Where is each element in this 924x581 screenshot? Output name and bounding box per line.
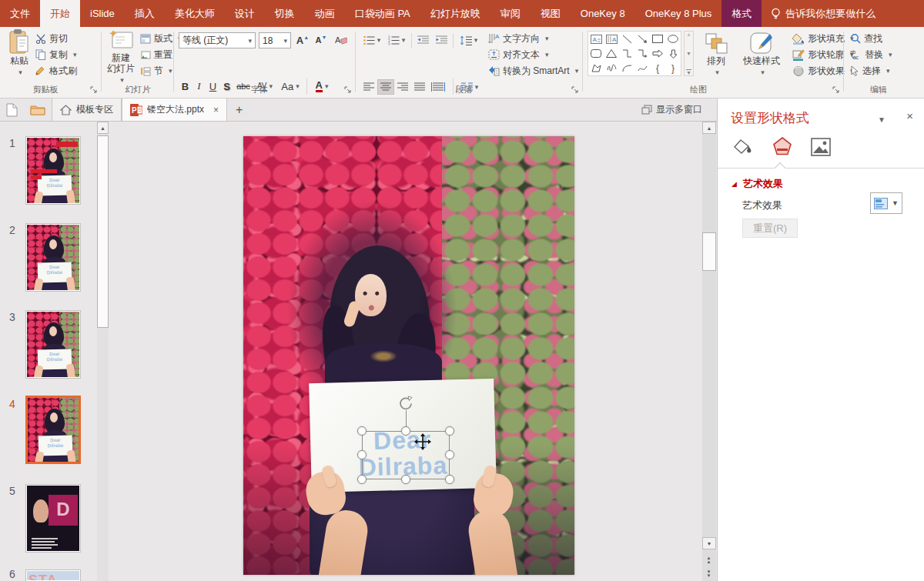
quick-styles-button[interactable]: 快速样式: [737, 29, 786, 77]
slide-thumbnail-1[interactable]: Dear Dilraba: [25, 136, 81, 205]
convert-smartart-button[interactable]: 转换为 SmartArt: [488, 63, 578, 78]
cut-button[interactable]: 剪切: [35, 31, 68, 46]
menu-tab-slideshow[interactable]: 幻灯片放映: [420, 0, 490, 27]
align-text-button[interactable]: 对齐文本: [488, 47, 549, 62]
new-slide-button[interactable]: 新建 幻灯片: [105, 29, 137, 85]
canvas-scroll-down-button[interactable]: ▼: [702, 537, 716, 549]
find-button[interactable]: 查找: [850, 31, 882, 46]
shape-scribble[interactable]: [604, 61, 619, 75]
artistic-effects-dropdown[interactable]: ▼: [870, 192, 902, 214]
slide-thumbnail-4-selected[interactable]: Dear Dilraba: [25, 396, 81, 464]
select-button[interactable]: 选择: [850, 63, 890, 78]
shape-arrow[interactable]: [634, 32, 650, 46]
resize-handle-bottom-left[interactable]: [357, 475, 367, 484]
template-zone-tab[interactable]: 模板专区: [52, 99, 122, 121]
font-size-combobox[interactable]: 18▾: [259, 32, 291, 48]
slide-thumbnail-2[interactable]: Dear Dilraba: [25, 223, 81, 292]
canvas-scrollbar-thumb[interactable]: [702, 232, 716, 271]
shape-left-brace[interactable]: {: [650, 61, 665, 75]
close-document-icon[interactable]: ×: [213, 105, 219, 115]
effects-tab-selected[interactable]: [770, 135, 795, 159]
decrease-font-button[interactable]: A▼: [313, 32, 330, 48]
menu-tab-transitions[interactable]: 切换: [265, 0, 305, 27]
shape-rounded-rectangle[interactable]: [588, 46, 604, 61]
increase-font-button[interactable]: A▲: [294, 32, 311, 48]
text-box-selection-border[interactable]: [362, 431, 450, 479]
paragraph-dialog-launcher[interactable]: [571, 86, 580, 95]
open-folder-button[interactable]: [24, 99, 52, 121]
shape-arc[interactable]: [619, 61, 634, 75]
replace-button[interactable]: abac 替换: [850, 47, 892, 62]
picture-tab[interactable]: [808, 135, 833, 159]
menu-tab-view[interactable]: 视图: [531, 0, 571, 27]
resize-handle-middle-left[interactable]: [357, 450, 367, 459]
menu-tab-design[interactable]: 设计: [225, 0, 265, 27]
shape-vertical-text-box[interactable]: A: [604, 32, 619, 46]
artistic-effects-section-header[interactable]: ◢ 艺术效果: [732, 177, 783, 191]
shape-text-box[interactable]: A: [588, 32, 604, 46]
thumbnail-scrollbar-thumb[interactable]: [97, 135, 109, 328]
gallery-down-arrow[interactable]: ▼: [686, 51, 691, 56]
menu-tab-file[interactable]: 文件: [0, 0, 40, 27]
menu-tab-format[interactable]: 格式: [721, 0, 762, 27]
new-document-button[interactable]: [0, 99, 24, 121]
document-tab[interactable]: P 镂空大法.pptx ×: [122, 99, 227, 121]
resize-handle-bottom-center[interactable]: [401, 475, 410, 484]
menu-tab-pocket-animation[interactable]: 口袋动画 PA: [345, 0, 420, 27]
menu-tab-beautify[interactable]: 美化大师: [165, 0, 225, 27]
panel-options-dropdown-icon[interactable]: ▼: [878, 115, 886, 124]
resize-handle-top-right[interactable]: [445, 426, 454, 436]
menu-tab-home[interactable]: 开始: [40, 0, 80, 27]
menu-tab-onekey8plus[interactable]: OneKey 8 Plus: [635, 0, 722, 27]
tell-me-box[interactable]: 告诉我你想要做什么: [762, 0, 885, 27]
slide-4-editing-surface[interactable]: DearDilraba: [243, 136, 574, 575]
show-multiple-windows-button[interactable]: 显示多窗口: [641, 99, 702, 121]
shape-right-brace[interactable]: }: [665, 61, 681, 75]
increase-indent-button[interactable]: [433, 32, 450, 48]
shape-line[interactable]: [619, 32, 634, 46]
resize-handle-top-center[interactable]: [401, 426, 410, 436]
menu-tab-animations[interactable]: 动画: [305, 0, 345, 27]
section-button[interactable]: 节: [140, 63, 172, 78]
shape-oval[interactable]: [665, 32, 681, 46]
font-dialog-launcher[interactable]: [344, 86, 353, 95]
new-tab-button[interactable]: +: [226, 99, 252, 121]
menu-tab-islide[interactable]: iSlide: [80, 0, 125, 27]
resize-handle-middle-right[interactable]: [445, 450, 454, 459]
format-painter-button[interactable]: 格式刷: [35, 63, 77, 78]
shape-freeform[interactable]: [588, 61, 604, 75]
shape-down-arrow[interactable]: [665, 46, 681, 61]
resize-handle-bottom-right[interactable]: [445, 475, 454, 484]
numbering-button[interactable]: 123: [385, 32, 408, 48]
copy-button[interactable]: 复制: [35, 47, 77, 62]
slide-thumbnail-3[interactable]: Dear Dilraba: [25, 310, 81, 379]
shape-elbow-connector[interactable]: [619, 46, 634, 61]
panel-close-icon[interactable]: ×: [906, 109, 913, 122]
menu-tab-insert[interactable]: 插入: [125, 0, 165, 27]
shape-elbow-arrow-connector[interactable]: [634, 46, 650, 61]
reset-button[interactable]: 重置: [140, 47, 172, 62]
clipboard-dialog-launcher[interactable]: [90, 86, 99, 95]
fill-line-tab[interactable]: [732, 135, 756, 159]
line-spacing-button[interactable]: [457, 32, 481, 48]
menu-tab-onekey8[interactable]: OneKey 8: [571, 0, 635, 27]
previous-slide-button[interactable]: ▲▲: [703, 555, 715, 565]
drawing-dialog-launcher[interactable]: [832, 86, 841, 95]
shape-curve[interactable]: [634, 61, 650, 75]
arrange-button[interactable]: 排列: [698, 29, 734, 77]
gallery-up-arrow[interactable]: ▲: [686, 32, 691, 37]
rotate-handle[interactable]: [397, 395, 414, 412]
canvas-scrollbar-track[interactable]: [702, 122, 716, 581]
gallery-more-arrow[interactable]: ▼: [686, 69, 691, 75]
reset-artistic-effect-button-disabled[interactable]: 重置(R): [742, 219, 798, 238]
thumbnail-scroll-up-button[interactable]: ▲: [97, 122, 109, 134]
canvas-scroll-up-button[interactable]: ▲: [702, 122, 716, 134]
resize-handle-top-left[interactable]: [357, 426, 367, 436]
slide-thumbnail-5[interactable]: D: [25, 484, 81, 553]
next-slide-button[interactable]: ▼▼: [703, 569, 715, 579]
clear-formatting-button[interactable]: A: [333, 32, 350, 48]
shape-rectangle[interactable]: [650, 32, 665, 46]
text-direction-button[interactable]: A 文字方向: [488, 31, 549, 46]
shape-right-arrow[interactable]: [650, 46, 665, 61]
paste-button[interactable]: 粘贴: [6, 29, 32, 77]
